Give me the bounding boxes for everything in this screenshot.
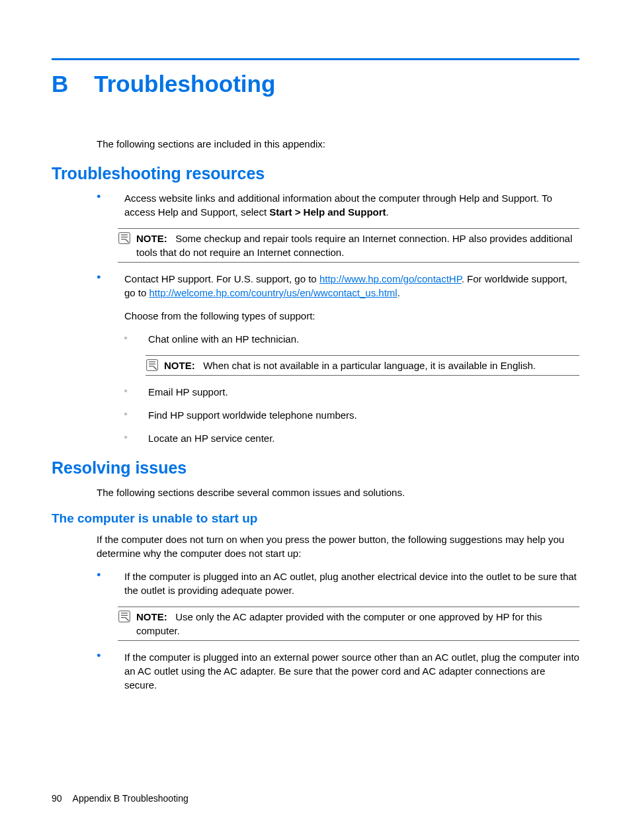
s1-bullet2: Contact HP support. For U.S. support, go… — [97, 272, 579, 445]
page-number: 90 — [52, 793, 62, 804]
section2-subheading: The computer is unable to start up — [52, 511, 579, 526]
section1-heading: Troubleshooting resources — [52, 164, 579, 183]
note-icon — [146, 358, 159, 372]
footer-text: Appendix B Troubleshooting — [73, 793, 189, 804]
s2-intro: The following sections describe several … — [97, 485, 579, 499]
note1-label: NOTE: — [136, 233, 167, 244]
note2-text: When chat is not available in a particul… — [203, 360, 536, 371]
s2-para1: If the computer does not turn on when yo… — [97, 532, 579, 560]
page-title: B Troubleshooting — [52, 71, 579, 97]
title-text: Troubleshooting — [94, 71, 275, 97]
intro-text: The following sections are included in t… — [97, 137, 579, 151]
note-icon — [118, 231, 131, 245]
appendix-letter: B — [52, 71, 68, 97]
note-box-3: NOTE: Use only the AC adapter provided w… — [118, 607, 579, 641]
s2-bullet1: If the computer is plugged into an AC ou… — [97, 569, 579, 597]
s1-sub1: Chat online with an HP technician. — [124, 332, 579, 346]
s1-b1-bold: Start > Help and Support — [269, 206, 386, 218]
note2-label: NOTE: — [164, 360, 195, 371]
note-box-1: NOTE: Some checkup and repair tools requ… — [118, 228, 579, 263]
top-rule — [52, 58, 579, 60]
note-icon — [118, 610, 131, 623]
section2-heading: Resolving issues — [52, 458, 579, 478]
s1-choose: Choose from the following types of suppo… — [124, 309, 579, 323]
page-footer: 90Appendix B Troubleshooting — [52, 793, 189, 804]
s1-sub2: Email HP support. — [124, 385, 579, 399]
note3-label: NOTE: — [136, 611, 167, 622]
link-contacthp[interactable]: http://www.hp.com/go/contactHP — [319, 273, 462, 284]
note-box-2: NOTE: When chat is not available in a pa… — [146, 355, 579, 376]
s1-b2-post: . — [398, 287, 400, 298]
s1-bullet1: Access website links and additional info… — [97, 191, 579, 219]
s2-bullet2: If the computer is plugged into an exter… — [97, 650, 579, 692]
note1-text: Some checkup and repair tools require an… — [136, 233, 572, 258]
s1-b1-post: . — [386, 206, 389, 218]
s1-sub4: Locate an HP service center. — [124, 431, 579, 445]
s1-b2-pre: Contact HP support. For U.S. support, go… — [124, 273, 319, 284]
note3-text: Use only the AC adapter provided with th… — [136, 611, 542, 636]
s1-sub3: Find HP support worldwide telephone numb… — [124, 408, 579, 422]
link-wwcontact[interactable]: http://welcome.hp.com/country/us/en/wwco… — [149, 287, 398, 298]
